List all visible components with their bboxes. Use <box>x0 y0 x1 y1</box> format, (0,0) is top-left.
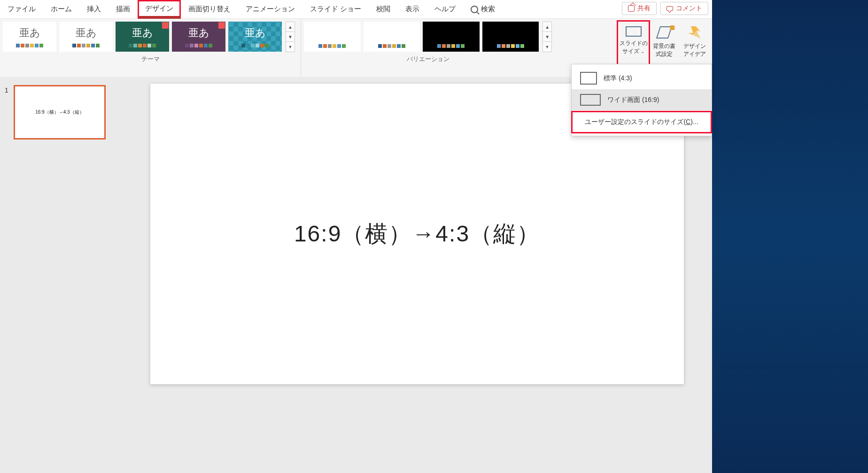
slide-thumb-text: 16:9（横）→4:3（縦） <box>35 109 84 116</box>
scroll-up-icon[interactable]: ▲ <box>543 22 551 32</box>
themes-group-label: テーマ <box>3 52 298 63</box>
theme-green[interactable]: 亜あ <box>116 22 169 52</box>
format-bg-label-2: 式設定 <box>656 50 673 58</box>
scroll-down-icon[interactable]: ▼ <box>286 32 294 42</box>
variation-gallery: ▲ ▼ ▼ <box>304 22 552 52</box>
tab-transition[interactable]: 画面切り替え <box>181 0 238 19</box>
themes-gallery: 亜あ 亜あ 亜あ 亜あ 亜あ <box>3 22 298 52</box>
menu-wide-label: ワイド画面 (16:9) <box>607 96 659 104</box>
slide-1-thumbnail[interactable]: 16:9（横）→4:3（縦） <box>15 86 104 138</box>
format-background-icon <box>656 26 672 39</box>
menu-custom-label: ユーザー設定のスライドのサイズ(C)... <box>585 118 698 126</box>
ribbon-tabs: ファイル ホーム 挿入 描画 デザイン 画面切り替え アニメーション スライド … <box>0 0 712 19</box>
slide-title-text[interactable]: 16:9（横）→4:3（縦） <box>294 219 540 249</box>
format-background-button[interactable]: 背景の書 式設定 <box>649 22 679 67</box>
tab-insert[interactable]: 挿入 <box>79 0 108 19</box>
menu-standard-label: 標準 (4:3) <box>604 74 632 83</box>
expand-gallery-icon[interactable]: ▼ <box>286 42 294 52</box>
search-box[interactable]: 検索 <box>463 5 503 14</box>
variation-group-label: バリエーション <box>304 52 552 63</box>
tab-draw[interactable]: 描画 <box>108 0 138 19</box>
theme-teal[interactable]: 亜あ <box>228 22 282 52</box>
comment-icon <box>666 6 673 11</box>
slide-size-menu: 標準 (4:3) ワイド画面 (16:9) ユーザー設定のスライドのサイズ(C)… <box>571 64 712 136</box>
scroll-up-icon[interactable]: ▲ <box>286 22 294 32</box>
theme-palette <box>126 44 159 47</box>
design-ideas-button[interactable]: デザイン アイデア <box>679 22 710 67</box>
theme-badge <box>162 22 169 29</box>
share-button[interactable]: 共有 <box>622 2 657 15</box>
theme-purple[interactable]: 亜あ <box>172 22 225 52</box>
variation-1[interactable] <box>304 22 361 52</box>
design-ideas-label-2: アイデア <box>683 50 706 58</box>
search-icon <box>471 6 478 13</box>
slide-panel[interactable]: 1 16:9（横）→4:3（縦） <box>0 77 122 473</box>
theme-badge <box>218 22 225 29</box>
theme-sample-text: 亜あ <box>19 26 40 40</box>
tab-animation[interactable]: アニメーション <box>238 0 302 19</box>
tab-view[interactable]: 表示 <box>398 0 427 19</box>
slide-size-label-2: サイズ ⌄ <box>622 47 644 55</box>
format-bg-label-1: 背景の書 <box>653 42 675 50</box>
slide-size-icon <box>626 26 642 37</box>
expand-gallery-icon[interactable]: ▼ <box>543 42 551 52</box>
search-label: 検索 <box>481 5 495 14</box>
share-icon <box>628 5 635 12</box>
theme-office[interactable]: 亜あ <box>3 22 56 52</box>
tab-file[interactable]: ファイル <box>0 0 43 19</box>
variation-2[interactable] <box>364 22 420 52</box>
tab-slideshow[interactable]: スライド ショー <box>302 0 369 19</box>
theme-palette <box>182 44 215 47</box>
themes-group: 亜あ 亜あ 亜あ 亜あ 亜あ <box>0 19 301 77</box>
variation-group: ▲ ▼ ▼ バリエーション <box>301 19 555 77</box>
slide-size-label-1: スライドの <box>620 39 648 47</box>
theme-sample-text: 亜あ <box>132 26 153 40</box>
comment-label: コメント <box>676 4 702 13</box>
powerpoint-window: ファイル ホーム 挿入 描画 デザイン 画面切り替え アニメーション スライド … <box>0 0 712 473</box>
menu-custom-size[interactable]: ユーザー設定のスライドのサイズ(C)... <box>573 112 711 132</box>
variation-palette <box>494 44 527 48</box>
tab-review[interactable]: 校閲 <box>369 0 398 19</box>
design-ideas-label-1: デザイン <box>683 42 706 50</box>
tab-home[interactable]: ホーム <box>43 0 79 19</box>
variation-palette <box>434 44 467 48</box>
tab-design[interactable]: デザイン <box>138 0 181 19</box>
theme-sample-text: 亜あ <box>76 26 97 40</box>
variation-more-spinner[interactable]: ▲ ▼ ▼ <box>542 22 552 52</box>
variation-3[interactable] <box>423 22 480 52</box>
desktop-background <box>712 0 868 473</box>
theme-palette <box>70 44 102 47</box>
slide-thumbnail-row: 1 16:9（横）→4:3（縦） <box>5 86 117 138</box>
design-ideas-icon <box>689 26 701 39</box>
tab-help[interactable]: ヘルプ <box>427 0 463 19</box>
variation-palette <box>375 44 408 48</box>
themes-more-spinner[interactable]: ▲ ▼ ▼ <box>286 22 295 52</box>
aspect-43-icon <box>580 72 597 85</box>
slide-number: 1 <box>5 86 11 138</box>
workspace: 1 16:9（横）→4:3（縦） 16:9（横）→4:3（縦） <box>0 77 712 473</box>
theme-palette <box>13 44 46 47</box>
comment-button[interactable]: コメント <box>660 2 708 15</box>
window-action-buttons: 共有 コメント <box>622 2 708 15</box>
share-label: 共有 <box>637 4 651 13</box>
theme-sample-text: 亜あ <box>245 26 266 40</box>
aspect-169-icon <box>580 94 601 106</box>
chevron-down-icon: ⌄ <box>641 49 644 54</box>
customize-group: スライドの サイズ ⌄ 背景の書 式設定 デザイン アイデア <box>618 19 712 67</box>
variation-4[interactable] <box>482 22 539 52</box>
theme-office-2[interactable]: 亜あ <box>59 22 113 52</box>
scroll-down-icon[interactable]: ▼ <box>543 32 551 42</box>
slide-size-button[interactable]: スライドの サイズ ⌄ <box>618 22 649 67</box>
theme-palette <box>239 44 271 47</box>
menu-wide-169[interactable]: ワイド画面 (16:9) <box>572 89 712 110</box>
variation-palette <box>316 44 349 48</box>
theme-sample-text: 亜あ <box>188 26 209 40</box>
edit-area: 16:9（横）→4:3（縦） <box>122 77 712 473</box>
menu-standard-43[interactable]: 標準 (4:3) <box>572 67 712 89</box>
